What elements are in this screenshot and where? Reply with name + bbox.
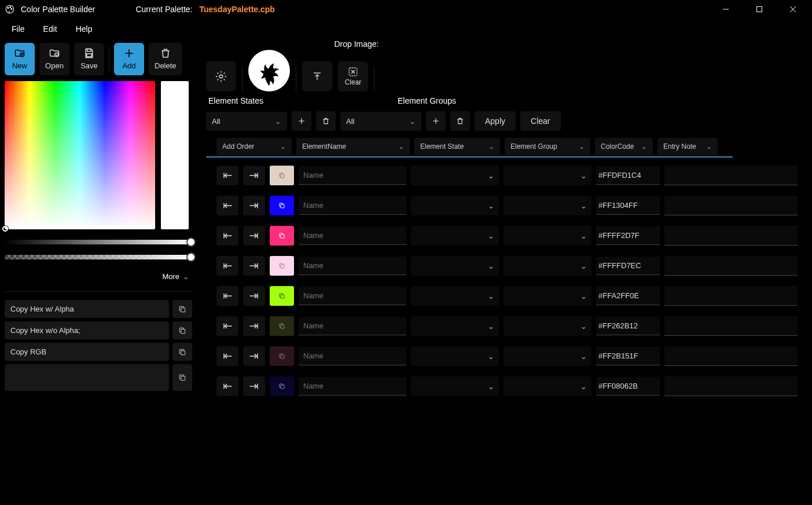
row-name-input[interactable] (299, 317, 406, 335)
apply-button[interactable]: Apply (475, 111, 516, 131)
add-button[interactable]: Add (114, 43, 144, 75)
move-end-button[interactable] (243, 376, 265, 396)
row-swatch[interactable] (270, 226, 294, 246)
more-toggle[interactable]: More ⌄ (5, 272, 192, 281)
row-group-select[interactable]: ⌄ (504, 166, 591, 185)
new-button[interactable]: New (5, 43, 35, 75)
row-name-input[interactable] (299, 226, 406, 245)
header-element-state[interactable]: Element State⌄ (414, 138, 500, 155)
color-cursor[interactable] (2, 226, 8, 232)
move-start-button[interactable] (216, 256, 238, 276)
row-name-input[interactable] (299, 196, 406, 215)
copy-hex-alpha-input[interactable] (5, 300, 169, 318)
row-name-input[interactable] (299, 377, 406, 396)
header-add-order[interactable]: Add Order⌄ (216, 138, 292, 155)
maximize-button[interactable] (751, 1, 768, 17)
row-state-select[interactable]: ⌄ (411, 196, 499, 215)
row-state-select[interactable]: ⌄ (411, 256, 499, 276)
move-start-button[interactable] (216, 226, 238, 246)
row-code-input[interactable] (596, 166, 660, 185)
row-group-select[interactable]: ⌄ (504, 376, 591, 396)
minimize-button[interactable] (717, 1, 734, 17)
move-end-button[interactable] (243, 346, 265, 366)
copy-hex-noalpha-button[interactable] (172, 321, 192, 339)
open-button[interactable]: Open (39, 43, 69, 75)
move-end-button[interactable] (243, 226, 265, 246)
delete-state-button[interactable] (316, 111, 336, 131)
move-end-button[interactable] (243, 196, 265, 215)
row-code-input[interactable] (596, 347, 660, 365)
alpha-slider[interactable] (5, 255, 192, 259)
row-swatch[interactable] (270, 376, 294, 396)
lightness-slider[interactable] (5, 240, 192, 244)
header-color-code[interactable]: ColorCode⌄ (595, 138, 653, 155)
row-state-select[interactable]: ⌄ (411, 226, 499, 246)
move-end-button[interactable] (243, 166, 265, 185)
row-note-input[interactable] (664, 196, 798, 215)
target-button[interactable] (206, 61, 236, 92)
move-end-button[interactable] (243, 256, 265, 276)
clear-button[interactable]: Clear (520, 111, 560, 131)
row-note-input[interactable] (664, 376, 798, 396)
add-group-button[interactable] (426, 111, 446, 131)
row-state-select[interactable]: ⌄ (411, 346, 499, 366)
row-code-input[interactable] (596, 226, 660, 245)
row-note-input[interactable] (664, 166, 798, 185)
delete-button[interactable]: Delete (149, 43, 182, 75)
header-entry-note[interactable]: Entry Note⌄ (657, 138, 718, 155)
row-state-select[interactable]: ⌄ (411, 376, 499, 396)
row-swatch[interactable] (270, 316, 294, 336)
row-group-select[interactable]: ⌄ (504, 256, 591, 276)
copy-extra-button[interactable] (172, 364, 192, 391)
row-name-input[interactable] (299, 287, 406, 305)
row-note-input[interactable] (664, 286, 798, 306)
element-states-select[interactable]: All⌄ (206, 112, 287, 131)
header-element-group[interactable]: Element Group⌄ (505, 138, 590, 155)
row-state-select[interactable]: ⌄ (411, 166, 499, 185)
move-start-button[interactable] (216, 376, 238, 396)
copy-hex-alpha-button[interactable] (172, 300, 192, 318)
copy-rgb-input[interactable] (5, 343, 169, 361)
lightness-thumb[interactable] (186, 237, 196, 247)
row-code-input[interactable] (596, 287, 660, 305)
move-start-button[interactable] (216, 346, 238, 366)
row-group-select[interactable]: ⌄ (504, 196, 591, 215)
row-group-select[interactable]: ⌄ (504, 286, 591, 306)
header-element-name[interactable]: ElementName⌄ (296, 138, 410, 155)
row-name-input[interactable] (299, 257, 406, 275)
row-note-input[interactable] (664, 316, 798, 336)
menu-help[interactable]: Help (74, 22, 95, 36)
row-swatch[interactable] (270, 196, 294, 215)
color-field[interactable] (5, 81, 155, 229)
row-swatch[interactable] (270, 286, 294, 306)
row-note-input[interactable] (664, 346, 798, 366)
add-state-button[interactable] (292, 111, 311, 131)
move-start-button[interactable] (216, 286, 238, 306)
move-end-button[interactable] (243, 286, 265, 306)
row-note-input[interactable] (664, 226, 798, 246)
row-note-input[interactable] (664, 256, 798, 276)
delete-group-button[interactable] (450, 111, 470, 131)
copy-rgb-button[interactable] (172, 343, 192, 361)
close-button[interactable] (784, 1, 802, 17)
row-name-input[interactable] (299, 166, 406, 185)
row-swatch[interactable] (270, 346, 294, 366)
row-group-select[interactable]: ⌄ (504, 346, 591, 366)
copy-extra-input[interactable] (5, 364, 169, 391)
row-code-input[interactable] (596, 257, 660, 275)
row-name-input[interactable] (299, 347, 406, 365)
row-code-input[interactable] (596, 317, 660, 335)
row-swatch[interactable] (270, 256, 294, 276)
move-end-button[interactable] (243, 316, 265, 336)
row-swatch[interactable] (270, 166, 294, 185)
copy-hex-noalpha-input[interactable] (5, 321, 169, 339)
move-start-button[interactable] (216, 316, 238, 336)
row-group-select[interactable]: ⌄ (504, 226, 591, 246)
move-start-button[interactable] (216, 166, 238, 185)
menu-file[interactable]: File (9, 22, 27, 36)
alpha-thumb[interactable] (186, 253, 196, 262)
drop-image-zone[interactable] (248, 50, 290, 92)
row-state-select[interactable]: ⌄ (411, 316, 499, 336)
upload-button[interactable] (302, 61, 332, 92)
menu-edit[interactable]: Edit (41, 22, 60, 36)
